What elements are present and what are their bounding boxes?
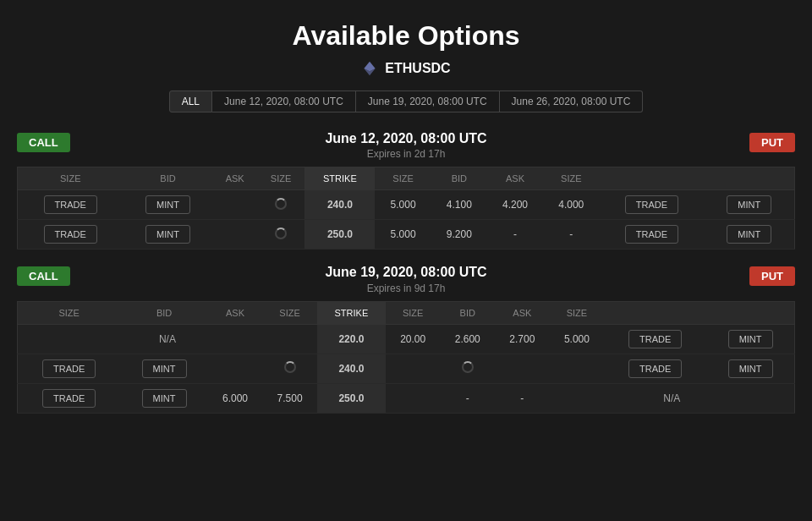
section-header-june12: CALL June 12, 2020, 08:00 UTC Expires in… [17, 129, 795, 167]
trade-button-right[interactable]: TRADE [628, 330, 682, 348]
th-right-ask: ASK [487, 167, 543, 190]
cell-left-bid [213, 220, 257, 250]
th-right-size2: SIZE [550, 301, 605, 324]
cell-right-ask: - [495, 383, 550, 413]
cell-left-na: N/A [18, 324, 317, 354]
cell-right-mint[interactable]: MINT [705, 190, 795, 220]
cell-strike: 250.0 [317, 383, 386, 413]
mint-button-right[interactable]: MINT [727, 195, 771, 214]
cell-right-trade[interactable]: TRADE [604, 324, 706, 354]
th-left-bid: BID [120, 301, 207, 324]
cell-right-size1: 5.000 [375, 190, 431, 220]
table-header-june12: SIZE BID ASK SIZE STRIKE SIZE BID ASK SI… [18, 167, 795, 190]
th-strike: STRIKE [317, 301, 386, 324]
page-container: Available Options ETHUSDC ALL June 12, 2… [0, 0, 812, 414]
th-right-bid: BID [431, 167, 487, 190]
put-badge-june19: PUT [749, 266, 795, 286]
section-june12: CALL June 12, 2020, 08:00 UTC Expires in… [17, 129, 795, 250]
call-badge-june19: CALL [17, 266, 70, 286]
section-header-june19: CALL June 19, 2020, 08:00 UTC Expires in… [17, 263, 795, 300]
cell-right-trade[interactable]: TRADE [599, 190, 704, 220]
table-row: TRADE MINT 6.000 7.500 250.0 - - N/A [18, 383, 795, 413]
cell-left-trade[interactable]: TRADE [18, 354, 121, 383]
page-title: Available Options [0, 0, 812, 60]
mint-button-left[interactable]: MINT [145, 195, 190, 214]
trade-button-right[interactable]: TRADE [628, 359, 682, 378]
call-badge-june12: CALL [17, 133, 70, 152]
th-right-ask: ASK [495, 301, 550, 324]
mint-button-right[interactable]: MINT [728, 359, 773, 378]
trade-button-left[interactable]: TRADE [44, 225, 97, 244]
cell-left-mint[interactable]: MINT [123, 220, 213, 250]
th-left-size1: SIZE [18, 167, 123, 190]
cell-right-size2: 5.000 [550, 324, 605, 354]
table-header-june19: SIZE BID ASK SIZE STRIKE SIZE BID ASK SI… [18, 301, 795, 324]
th-right-bid: BID [440, 301, 495, 324]
cell-right-size2: - [543, 220, 599, 250]
th-left-ask: ASK [213, 167, 257, 190]
cell-right-bid: 2.600 [440, 324, 495, 354]
cell-right-mint[interactable]: MINT [706, 354, 794, 383]
th-actions [599, 167, 794, 190]
th-right-size1: SIZE [375, 167, 431, 190]
table-row: TRADE MINT 240.0 5.000 4.100 4.200 4.000… [18, 190, 795, 220]
options-table-june19: SIZE BID ASK SIZE STRIKE SIZE BID ASK SI… [17, 301, 795, 414]
cell-left-mint[interactable]: MINT [120, 354, 207, 383]
asset-row: ETHUSDC [0, 60, 812, 77]
loading-spinner [275, 198, 287, 210]
th-left-size1: SIZE [18, 301, 121, 324]
cell-right-spinner [386, 354, 550, 383]
trade-button-left[interactable]: TRADE [42, 359, 96, 378]
th-left-bid: BID [123, 167, 213, 190]
th-right-size2: SIZE [543, 167, 599, 190]
section-date-june19: June 19, 2020, 08:00 UTC [325, 263, 486, 282]
cell-left-size: 6.000 [208, 383, 263, 413]
asset-name: ETHUSDC [385, 61, 450, 76]
cell-right-trade[interactable]: TRADE [604, 354, 706, 383]
date-filter-row: ALL June 12, 2020, 08:00 UTC June 19, 20… [0, 90, 812, 112]
cell-right-trade[interactable]: TRADE [599, 220, 704, 250]
cell-right-size1: 20.00 [386, 324, 441, 354]
filter-date-1[interactable]: June 12, 2020, 08:00 UTC [212, 90, 356, 112]
trade-button-right[interactable]: TRADE [625, 195, 678, 214]
loading-spinner [275, 228, 287, 239]
cell-right-mint[interactable]: MINT [705, 220, 795, 250]
th-right-size1: SIZE [386, 301, 441, 324]
cell-strike: 240.0 [317, 354, 386, 383]
cell-right-ask: 4.200 [487, 190, 543, 220]
put-badge-june12: PUT [749, 133, 795, 152]
section-expires-june12: Expires in 2d 17h [325, 148, 486, 160]
cell-right-mint[interactable]: MINT [706, 324, 794, 354]
th-left-ask: ASK [208, 301, 263, 324]
mint-button-right[interactable]: MINT [728, 330, 773, 348]
loading-spinner-right [462, 361, 474, 373]
mint-button-left[interactable]: MINT [145, 225, 190, 244]
cell-left-trade[interactable]: TRADE [18, 383, 121, 413]
cell-right-bid: 9.200 [431, 220, 487, 250]
cell-right-size2: 4.000 [543, 190, 599, 220]
mint-button-right[interactable]: MINT [727, 225, 771, 244]
cell-left-ask [262, 354, 317, 383]
mint-button-left[interactable]: MINT [142, 389, 187, 408]
cell-right-size1: 5.000 [375, 220, 431, 250]
filter-all-button[interactable]: ALL [169, 90, 212, 112]
cell-left-bid [213, 190, 257, 220]
cell-left-trade[interactable]: TRADE [18, 190, 123, 220]
cell-strike: 250.0 [304, 220, 375, 250]
cell-left-bid [208, 354, 263, 383]
cell-left-bid: 7.500 [262, 383, 317, 413]
cell-left-trade[interactable]: TRADE [18, 220, 123, 250]
cell-left-mint[interactable]: MINT [120, 383, 207, 413]
th-left-size2: SIZE [262, 301, 317, 324]
filter-date-3[interactable]: June 26, 2020, 08:00 UTC [500, 90, 644, 112]
mint-button-left[interactable]: MINT [142, 359, 187, 378]
trade-button-left[interactable]: TRADE [42, 389, 96, 408]
th-actions [604, 301, 794, 324]
cell-left-mint[interactable]: MINT [123, 190, 213, 220]
cell-left-ask [257, 190, 305, 220]
trade-button-left[interactable]: TRADE [44, 195, 97, 214]
trade-button-right[interactable]: TRADE [625, 225, 678, 244]
table-row: TRADE MINT 240.0 TRADE [18, 354, 795, 383]
th-strike: STRIKE [304, 167, 375, 190]
filter-date-2[interactable]: June 19, 2020, 08:00 UTC [356, 90, 500, 112]
